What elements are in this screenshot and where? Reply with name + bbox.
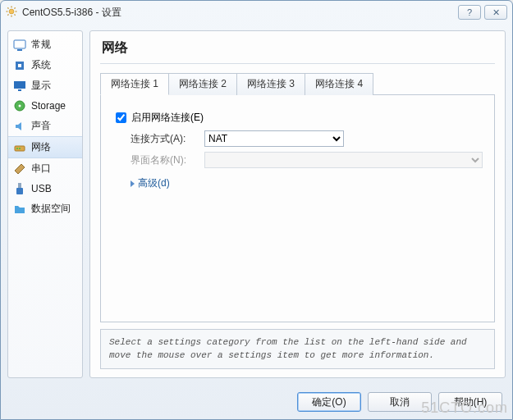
speaker-icon	[13, 120, 26, 133]
sidebar-item-label: USB	[31, 183, 52, 194]
chevron-right-icon	[131, 180, 135, 187]
tab-bar: 网络连接 1 网络连接 2 网络连接 3 网络连接 4	[100, 72, 495, 94]
svg-rect-19	[19, 148, 21, 149]
tab-adapter-1[interactable]: 网络连接 1	[100, 73, 169, 95]
sidebar-item-label: 数据空间	[31, 202, 71, 216]
usb-icon	[13, 182, 26, 195]
network-icon	[13, 141, 26, 154]
app-icon	[6, 6, 17, 20]
svg-line-8	[15, 7, 16, 8]
svg-rect-21	[16, 188, 23, 194]
hint-box: Select a settings category from the list…	[100, 329, 495, 369]
chip-icon	[13, 59, 26, 72]
sidebar-item-label: 声音	[31, 119, 51, 133]
sidebar-item-label: 显示	[31, 79, 51, 93]
svg-rect-12	[18, 64, 21, 67]
svg-rect-9	[14, 40, 25, 48]
titlebar: CentOS5.5-i386 - 设置 ? ✕	[1, 1, 512, 24]
display-icon	[13, 80, 26, 93]
svg-rect-20	[18, 183, 21, 188]
interface-name-label: 界面名称(N):	[131, 153, 204, 167]
svg-point-16	[19, 105, 21, 107]
advanced-toggle[interactable]: 高级(d)	[131, 176, 483, 190]
svg-line-7	[7, 14, 8, 15]
sidebar-item-network[interactable]: 网络	[8, 136, 82, 158]
cancel-button[interactable]: 取消	[368, 392, 432, 412]
tab-panel: 启用网络连接(E) 连接方式(A): NAT 界面名称(N):	[100, 94, 495, 322]
tab-adapter-4[interactable]: 网络连接 4	[305, 73, 373, 95]
sidebar-item-shared-folders[interactable]: 数据空间	[8, 199, 82, 219]
sidebar-item-general[interactable]: 常规	[8, 34, 82, 55]
folder-icon	[13, 203, 26, 216]
sidebar-item-usb[interactable]: USB	[8, 179, 82, 199]
window-title: CentOS5.5-i386 - 设置	[22, 6, 121, 20]
help-window-button[interactable]: ?	[458, 5, 481, 20]
monitor-icon	[13, 39, 26, 52]
ok-button[interactable]: 确定(O)	[297, 392, 361, 412]
divider	[100, 63, 495, 64]
sidebar-item-serial[interactable]: 串口	[8, 158, 82, 179]
sidebar-item-storage[interactable]: Storage	[8, 96, 82, 116]
sidebar-item-system[interactable]: 系统	[8, 55, 82, 75]
sidebar-item-label: 系统	[31, 58, 51, 72]
attach-mode-select[interactable]: NAT	[204, 130, 344, 147]
svg-rect-14	[18, 89, 21, 91]
sidebar-item-label: 串口	[31, 162, 51, 176]
settings-window: CentOS5.5-i386 - 设置 ? ✕ 常规 系统 显示 Storage	[0, 0, 513, 420]
serial-icon	[13, 162, 26, 176]
sidebar-item-audio[interactable]: 声音	[8, 116, 82, 136]
svg-rect-13	[14, 81, 25, 89]
svg-rect-10	[17, 49, 22, 51]
dialog-footer: 确定(O) 取消 帮助(H)	[1, 385, 512, 419]
enable-adapter-label: 启用网络连接(E)	[131, 111, 204, 125]
attach-mode-label: 连接方式(A):	[131, 132, 204, 146]
sidebar-item-label: 网络	[31, 140, 51, 154]
interface-name-select	[204, 152, 483, 168]
svg-point-0	[9, 9, 14, 14]
sidebar-item-label: 常规	[31, 38, 51, 52]
help-button[interactable]: 帮助(H)	[438, 392, 502, 412]
svg-line-5	[7, 7, 8, 8]
enable-adapter-checkbox[interactable]	[116, 112, 126, 123]
sidebar-item-display[interactable]: 显示	[8, 75, 82, 96]
main-panel: 网络 网络连接 1 网络连接 2 网络连接 3 网络连接 4 启用网络连接(E)…	[89, 30, 506, 378]
svg-rect-18	[16, 148, 18, 149]
tab-adapter-2[interactable]: 网络连接 2	[168, 73, 237, 95]
sidebar-item-label: Storage	[31, 100, 66, 112]
svg-line-6	[15, 14, 16, 15]
close-window-button[interactable]: ✕	[484, 5, 507, 20]
sidebar: 常规 系统 显示 Storage 声音 网络	[7, 30, 83, 378]
page-title: 网络	[102, 39, 495, 57]
tab-adapter-3[interactable]: 网络连接 3	[236, 73, 305, 95]
client-area: 常规 系统 显示 Storage 声音 网络	[1, 24, 512, 385]
advanced-label: 高级(d)	[138, 176, 170, 190]
disk-icon	[13, 99, 26, 112]
